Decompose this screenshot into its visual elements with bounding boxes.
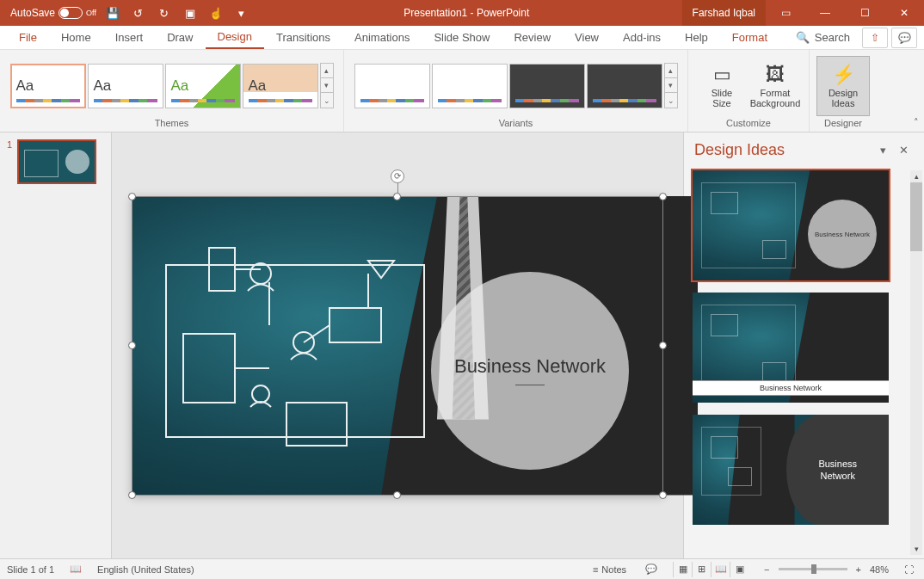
redo-icon[interactable]: ↻ — [155, 3, 174, 22]
slide-thumbnail-1[interactable] — [17, 139, 96, 184]
resize-handle[interactable] — [659, 491, 667, 499]
slide-size-button[interactable]: ▭Slide Size — [695, 56, 748, 116]
zoom-level[interactable]: 48% — [870, 564, 889, 575]
format-background-button[interactable]: 🖼Format Background — [748, 56, 802, 116]
undo-icon[interactable]: ↺ — [129, 3, 148, 22]
idea-text: Business Network — [786, 415, 889, 525]
tab-help[interactable]: Help — [673, 26, 720, 49]
tab-home[interactable]: Home — [49, 26, 103, 49]
tab-insert[interactable]: Insert — [103, 26, 156, 49]
start-from-beginning-icon[interactable]: ▣ — [181, 3, 200, 22]
designer-label: Designer — [824, 118, 862, 130]
status-bar: Slide 1 of 1 📖 English (United States) ≡… — [0, 558, 924, 579]
variant-thumb-4[interactable] — [587, 64, 662, 108]
group-variants: ▴ ▾ ⌄ Variants — [344, 50, 688, 132]
pane-close-icon[interactable]: ✕ — [893, 139, 914, 160]
scroll-down-icon[interactable]: ▾ — [910, 543, 922, 555]
variants-gallery-spinner: ▴ ▾ ⌄ — [664, 63, 678, 108]
tab-animations[interactable]: Animations — [342, 26, 422, 49]
gallery-down-icon[interactable]: ▾ — [665, 78, 677, 93]
design-ideas-list: Business Network Business Network Busine… — [684, 167, 924, 558]
ribbon-display-icon[interactable]: ▭ — [766, 0, 805, 26]
theme-thumb-2[interactable]: Aa — [88, 64, 163, 108]
tab-transitions[interactable]: Transitions — [264, 26, 342, 49]
resize-handle[interactable] — [659, 193, 667, 200]
gallery-up-icon[interactable]: ▴ — [665, 64, 677, 78]
image-selection-frame: ⟳ — [132, 196, 663, 496]
zoom-control: − + 48% — [761, 564, 889, 575]
theme-thumb-4[interactable]: Aa — [243, 64, 318, 108]
collapse-ribbon-icon[interactable]: ˄ — [914, 117, 919, 128]
idea-text: Business Network — [693, 380, 889, 396]
spellcheck-icon[interactable]: 📖 — [66, 564, 85, 575]
rotate-handle-icon[interactable]: ⟳ — [391, 169, 404, 183]
search-box[interactable]: 🔍 Search — [787, 31, 859, 44]
zoom-slider[interactable] — [779, 568, 847, 570]
resize-handle[interactable] — [393, 193, 401, 200]
close-icon[interactable]: ✕ — [884, 0, 924, 26]
theme-thumb-1[interactable]: Aa — [10, 64, 86, 108]
account-name[interactable]: Farshad Iqbal — [682, 0, 766, 26]
design-idea-2[interactable]: Business Network — [693, 293, 889, 403]
gallery-more-icon[interactable]: ⌄ — [321, 93, 333, 108]
resize-handle[interactable] — [659, 342, 667, 349]
scroll-up-icon[interactable]: ▴ — [910, 170, 922, 182]
group-themes: Aa Aa Aa Aa ▴ ▾ ⌄ Themes — [0, 50, 344, 132]
save-icon[interactable]: 💾 — [103, 3, 122, 22]
tab-slideshow[interactable]: Slide Show — [422, 26, 502, 49]
slide-canvas[interactable]: Business Network ⟳ — [112, 132, 683, 558]
slide-main[interactable]: Business Network ⟳ — [132, 196, 663, 496]
slide-count[interactable]: Slide 1 of 1 — [7, 564, 54, 575]
slide-thumbnail-panel: 1 — [0, 132, 112, 558]
resize-handle[interactable] — [128, 491, 136, 499]
themes-gallery-spinner: ▴ ▾ ⌄ — [320, 63, 334, 108]
zoom-in-icon[interactable]: + — [853, 564, 865, 575]
fit-to-window-icon[interactable]: ⛶ — [901, 564, 917, 575]
scrollbar-thumb[interactable] — [910, 182, 922, 251]
normal-view-icon[interactable]: ▦ — [673, 562, 692, 577]
tab-view[interactable]: View — [563, 26, 611, 49]
variant-thumb-3[interactable] — [509, 64, 585, 108]
comments-button[interactable]: 💬 — [891, 28, 917, 48]
toggle-icon — [59, 7, 83, 19]
variants-label: Variants — [499, 118, 533, 130]
minimize-icon[interactable]: — — [805, 0, 845, 26]
main-area: 1 — [0, 132, 924, 558]
slide-size-icon: ▭ — [713, 64, 731, 86]
tab-draw[interactable]: Draw — [155, 26, 205, 49]
zoom-out-icon[interactable]: − — [761, 564, 773, 575]
variant-thumb-1[interactable] — [354, 64, 430, 108]
tab-review[interactable]: Review — [502, 26, 563, 49]
slideshow-view-icon[interactable]: ▣ — [730, 562, 748, 577]
customize-label: Customize — [726, 118, 771, 130]
variant-thumb-2[interactable] — [432, 64, 508, 108]
design-idea-3[interactable]: Business Network — [693, 415, 889, 525]
comments-icon[interactable]: 💬 — [642, 564, 661, 575]
theme-thumb-3[interactable]: Aa — [165, 64, 241, 108]
resize-handle[interactable] — [128, 193, 136, 200]
qat-customize-icon[interactable]: ▾ — [232, 3, 251, 22]
tab-addins[interactable]: Add-ins — [611, 26, 673, 49]
format-background-icon: 🖼 — [766, 64, 785, 86]
design-idea-1[interactable]: Business Network — [693, 170, 889, 280]
resize-handle[interactable] — [128, 342, 136, 349]
autosave-toggle[interactable]: AutoSave Off — [10, 7, 96, 19]
tab-file[interactable]: File — [7, 26, 49, 49]
pane-options-icon[interactable]: ▾ — [872, 139, 893, 160]
share-button[interactable]: ⇧ — [862, 28, 888, 48]
notes-button[interactable]: ≡ Notes — [589, 564, 630, 575]
language-status[interactable]: English (United States) — [97, 564, 194, 575]
design-ideas-title: Design Ideas — [694, 141, 872, 159]
tab-format[interactable]: Format — [720, 26, 779, 49]
gallery-down-icon[interactable]: ▾ — [321, 78, 333, 93]
touch-mode-icon[interactable]: ☝ — [206, 3, 225, 22]
resize-handle[interactable] — [393, 491, 401, 499]
sorter-view-icon[interactable]: ⊞ — [692, 562, 711, 577]
reading-view-icon[interactable]: 📖 — [711, 562, 730, 577]
tab-design[interactable]: Design — [206, 26, 264, 49]
autosave-state: Off — [86, 9, 96, 17]
gallery-more-icon[interactable]: ⌄ — [665, 93, 677, 108]
design-ideas-button[interactable]: ⚡Design Ideas — [816, 56, 870, 116]
maximize-icon[interactable]: ☐ — [845, 0, 884, 26]
gallery-up-icon[interactable]: ▴ — [321, 64, 333, 78]
